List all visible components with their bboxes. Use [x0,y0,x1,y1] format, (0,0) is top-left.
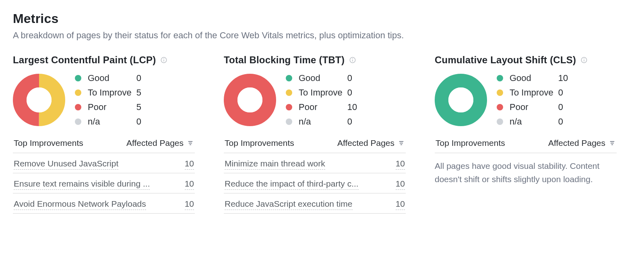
legend-label-na: n/a [88,116,132,127]
dot-na-icon [286,118,292,125]
improvements-empty-cls: All pages have good visual stability. Co… [435,153,617,186]
donut-chart-cls [435,74,487,126]
affected-pages-header[interactable]: Affected Pages [126,138,184,148]
improvements-header: Top Improvements [14,138,83,148]
info-icon[interactable] [160,56,168,64]
improvement-link[interactable]: Avoid Enormous Network Payloads [14,199,146,210]
page-subtitle: A breakdown of pages by their status for… [13,30,631,41]
svg-rect-9 [190,144,191,145]
info-icon[interactable] [580,56,588,64]
legend-label-poor: Poor [510,102,553,112]
affected-pages-value[interactable]: 10 [185,199,194,210]
legend-value-na: 0 [136,116,153,127]
svg-point-2 [163,58,164,59]
dot-good-icon [75,75,81,81]
svg-rect-18 [400,144,402,145]
improvement-link[interactable]: Ensure text remains visible during ... [14,179,150,190]
improvement-link[interactable]: Reduce JavaScript execution time [225,199,353,210]
table-row: Reduce JavaScript execution time 10 [224,193,406,214]
svg-rect-20 [584,60,584,62]
metric-title-lcp: Largest Contentful Paint (LCP) [13,54,156,66]
legend-tbt: Good0 To Improve0 Poor10 n/a0 [286,73,363,127]
svg-rect-26 [611,143,614,143]
improvements-header: Top Improvements [436,138,505,148]
improvements-body-tbt: Minimize main thread work 10 Reduce the … [224,153,406,214]
donut-chart-tbt [224,74,276,126]
metric-card-tbt: Total Blocking Time (TBT) Good0 To Impro… [224,54,406,214]
legend-label-improve: To Improve [88,87,132,98]
svg-rect-1 [164,60,165,62]
svg-rect-25 [610,141,615,142]
legend-label-poor: Poor [299,102,343,112]
dot-good-icon [286,75,292,81]
sort-desc-icon[interactable] [609,139,616,147]
donut-chart-lcp [13,74,65,126]
improvements-body-lcp: Remove Unused JavaScript 10 Ensure text … [13,153,195,214]
dot-improve-icon [75,89,81,96]
legend-label-good: Good [299,73,343,83]
legend-value-good: 0 [347,73,363,83]
svg-rect-17 [400,143,403,143]
dot-na-icon [75,118,81,125]
sort-desc-icon[interactable] [398,139,405,147]
improvement-link[interactable]: Reduce the impact of third-party c... [225,179,359,190]
svg-point-15 [237,87,262,112]
improvements-header: Top Improvements [225,138,294,148]
svg-point-12 [352,58,353,59]
table-row: Reduce the impact of third-party c... 10 [224,173,406,193]
affected-pages-header[interactable]: Affected Pages [548,138,605,148]
svg-rect-8 [189,143,192,143]
legend-value-good: 0 [136,73,153,83]
dot-na-icon [497,118,503,125]
affected-pages-header[interactable]: Affected Pages [337,138,394,148]
affected-pages-value[interactable]: 10 [396,179,405,190]
metric-title-tbt: Total Blocking Time (TBT) [224,54,345,66]
table-row: Avoid Enormous Network Payloads 10 [13,193,195,214]
legend-value-na: 0 [347,116,363,127]
dot-poor-icon [286,104,292,110]
affected-pages-value[interactable]: 10 [185,179,194,190]
affected-pages-value[interactable]: 10 [185,159,194,170]
sort-desc-icon[interactable] [187,139,194,147]
dot-improve-icon [286,89,292,96]
legend-value-improve: 0 [558,87,574,98]
dot-poor-icon [75,104,81,110]
legend-value-good: 10 [558,73,574,83]
info-icon[interactable] [349,56,357,64]
dot-poor-icon [497,104,503,110]
svg-rect-7 [188,141,193,142]
table-row: Ensure text remains visible during ... 1… [13,173,195,193]
page-title: Metrics [13,11,631,26]
svg-rect-16 [399,141,404,142]
legend-value-na: 0 [558,116,574,127]
legend-value-improve: 0 [347,87,363,98]
metric-cards: Largest Contentful Paint (LCP) Good0 To … [13,54,631,214]
improvement-link[interactable]: Remove Unused JavaScript [14,159,118,170]
svg-rect-27 [611,144,613,145]
improvement-link[interactable]: Minimize main thread work [225,159,325,170]
legend-label-na: n/a [510,116,553,127]
metric-title-cls: Cumulative Layout Shift (CLS) [435,54,576,66]
svg-point-21 [584,58,584,59]
table-row: Remove Unused JavaScript 10 [13,153,195,173]
legend-value-poor: 0 [558,102,574,112]
metric-card-lcp: Largest Contentful Paint (LCP) Good0 To … [13,54,195,214]
legend-label-improve: To Improve [299,87,343,98]
affected-pages-value[interactable]: 10 [396,199,405,210]
legend-label-poor: Poor [88,102,132,112]
legend-value-improve: 5 [136,87,153,98]
dot-good-icon [497,75,503,81]
legend-lcp: Good0 To Improve5 Poor5 n/a0 [75,73,153,127]
svg-rect-11 [352,60,353,62]
svg-point-6 [27,87,52,112]
legend-value-poor: 10 [347,102,363,112]
legend-label-improve: To Improve [510,87,553,98]
dot-improve-icon [497,89,503,96]
table-row: Minimize main thread work 10 [224,153,406,173]
legend-label-na: n/a [299,116,343,127]
legend-value-poor: 5 [136,102,153,112]
legend-label-good: Good [88,73,132,83]
legend-label-good: Good [510,73,553,83]
svg-point-24 [448,87,473,112]
affected-pages-value[interactable]: 10 [396,159,405,170]
